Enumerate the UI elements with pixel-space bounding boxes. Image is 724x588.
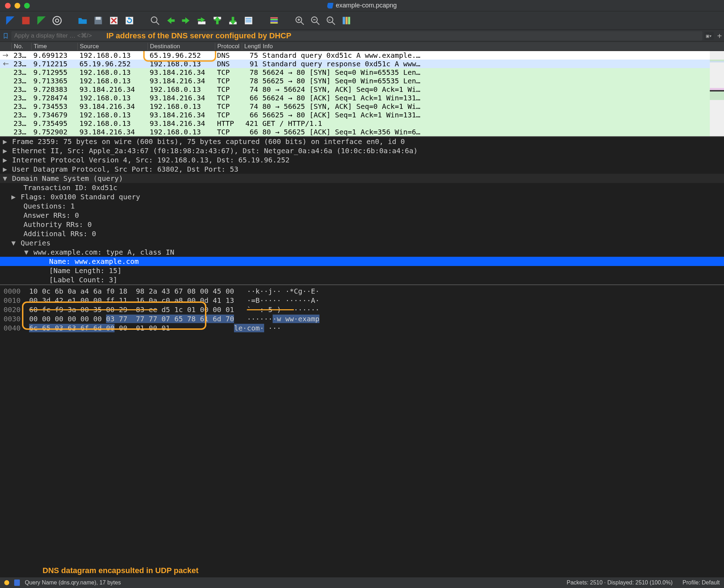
svg-rect-18 bbox=[271, 21, 278, 22]
packet-minimap[interactable] bbox=[710, 51, 724, 136]
go-first-packet-button[interactable] bbox=[211, 15, 223, 27]
svg-point-2 bbox=[55, 19, 59, 22]
col-no[interactable]: No. bbox=[11, 43, 31, 50]
open-file-button[interactable] bbox=[77, 15, 89, 27]
svg-text:=: = bbox=[328, 18, 330, 22]
tree-dns[interactable]: Domain Name System (query) bbox=[12, 174, 123, 183]
resize-columns-button[interactable] bbox=[340, 15, 352, 27]
packet-list-header[interactable]: No. Time Source Destination Protocol Len… bbox=[0, 42, 724, 51]
col-dst[interactable]: Destination bbox=[147, 43, 215, 50]
tree-name-length[interactable]: [Name Length: 15] bbox=[49, 266, 122, 275]
svg-line-8 bbox=[156, 22, 159, 24]
col-proto[interactable]: Protocol bbox=[215, 43, 242, 50]
status-profile[interactable]: Profile: Default bbox=[683, 579, 720, 586]
expert-info-icon[interactable] bbox=[4, 580, 9, 585]
zoom-out-button[interactable] bbox=[309, 15, 321, 27]
packet-details-pane[interactable]: ▶ Frame 2359: 75 bytes on wire (600 bits… bbox=[0, 137, 724, 285]
col-src[interactable]: Source bbox=[77, 43, 147, 50]
packet-row[interactable]: 23…9.735495192.168.0.1393.184.216.34HTTP… bbox=[0, 119, 724, 128]
bookmark-icon[interactable] bbox=[2, 32, 9, 39]
tree-additional[interactable]: Additional RRs: 0 bbox=[23, 229, 96, 238]
packet-row[interactable]: 23…9.713365192.168.0.1393.184.216.34TCP7… bbox=[0, 77, 724, 85]
tree-query-host[interactable]: www.example.com: type A, class IN bbox=[33, 248, 174, 256]
svg-point-7 bbox=[151, 17, 157, 22]
svg-point-1 bbox=[53, 16, 61, 24]
titlebar: example-com.pcapng bbox=[0, 0, 724, 11]
packet-row[interactable]: 23…9.73455393.184.216.34192.168.0.13TCP7… bbox=[0, 102, 724, 111]
tree-ipv4[interactable]: Internet Protocol Version 4, Src: 192.16… bbox=[12, 156, 290, 164]
tree-udp[interactable]: User Datagram Protocol, Src Port: 63802,… bbox=[12, 165, 238, 173]
traffic-lights bbox=[0, 3, 30, 9]
svg-rect-13 bbox=[246, 18, 251, 19]
annotation-dns-datagram: DNS datagram encapsulted in UDP packet bbox=[43, 566, 199, 575]
go-back-button[interactable] bbox=[165, 15, 177, 27]
tree-ethernet[interactable]: Ethernet II, Src: Apple_2a:43:67 (f0:18:… bbox=[12, 146, 418, 155]
zoom-reset-button[interactable]: = bbox=[325, 15, 337, 27]
zoom-window-button[interactable] bbox=[24, 3, 30, 9]
add-filter-button[interactable]: + bbox=[717, 31, 722, 40]
svg-rect-32 bbox=[348, 17, 350, 24]
restart-capture-button[interactable] bbox=[35, 15, 48, 27]
svg-rect-30 bbox=[343, 17, 345, 24]
tree-authority[interactable]: Authority RRs: 0 bbox=[23, 220, 92, 229]
status-packet-counts: Packets: 2510 · Displayed: 2510 (100.0%) bbox=[567, 579, 673, 586]
tree-query-name[interactable]: Name: www.example.com bbox=[49, 257, 139, 266]
tree-answers[interactable]: Answer RRs: 0 bbox=[23, 211, 79, 220]
capture-file-icon[interactable] bbox=[14, 579, 20, 586]
tree-label-count[interactable]: [Label Count: 3] bbox=[49, 276, 117, 284]
shark-fin-icon bbox=[327, 3, 333, 9]
tree-frame[interactable]: Frame 2359: 75 bytes on wire (600 bits),… bbox=[12, 137, 405, 146]
status-field-info: Query Name (dns.qry.name), 17 bytes bbox=[25, 579, 121, 586]
go-last-packet-button[interactable] bbox=[227, 15, 239, 27]
tree-txid[interactable]: Transaction ID: 0xd51c bbox=[23, 183, 117, 192]
colorize-button[interactable] bbox=[268, 15, 280, 27]
packet-list-body[interactable]: 23…9.699123192.168.0.1365.19.96.252DNS75… bbox=[0, 51, 724, 136]
auto-scroll-button[interactable] bbox=[243, 15, 255, 27]
svg-line-25 bbox=[317, 22, 319, 24]
svg-rect-17 bbox=[271, 19, 278, 20]
svg-rect-19 bbox=[271, 22, 278, 23]
svg-line-28 bbox=[332, 22, 335, 24]
packet-list-pane: No. Time Source Destination Protocol Len… bbox=[0, 42, 724, 137]
svg-rect-14 bbox=[246, 20, 251, 20]
packet-row[interactable]: 23…9.699123192.168.0.1365.19.96.252DNS75… bbox=[0, 51, 724, 60]
main-toolbar: = IP address of the DNS server configure… bbox=[0, 11, 724, 30]
svg-line-21 bbox=[301, 22, 304, 24]
packet-row[interactable]: 23…9.712955192.168.0.1393.184.216.34TCP7… bbox=[0, 68, 724, 77]
save-file-button[interactable] bbox=[92, 15, 104, 27]
svg-rect-4 bbox=[96, 17, 101, 20]
filter-apply-button[interactable]: ▣▾ bbox=[704, 32, 714, 40]
capture-options-button[interactable] bbox=[51, 15, 63, 27]
go-forward-button[interactable] bbox=[180, 15, 192, 27]
close-window-button[interactable] bbox=[5, 3, 11, 9]
col-time[interactable]: Time bbox=[31, 43, 77, 50]
col-len[interactable]: Length bbox=[242, 43, 260, 50]
app-window: example-com.pcapng = IP address of the D… bbox=[0, 0, 724, 588]
close-file-button[interactable] bbox=[108, 15, 120, 27]
hex-view-pane[interactable]: 0000 10 0c 6b 0a a4 6a f0 18 98 2a 43 67… bbox=[0, 285, 724, 577]
zoom-in-button[interactable] bbox=[294, 15, 306, 27]
tree-queries[interactable]: Queries bbox=[21, 239, 50, 247]
minimize-window-button[interactable] bbox=[15, 3, 20, 9]
packet-row[interactable]: 23…9.75290293.184.216.34192.168.0.13TCP6… bbox=[0, 128, 724, 136]
go-to-packet-button[interactable] bbox=[196, 15, 208, 27]
reload-file-button[interactable] bbox=[123, 15, 135, 27]
packet-row[interactable]: 23…9.734679192.168.0.1393.184.216.34TCP6… bbox=[0, 111, 724, 119]
start-capture-button[interactable] bbox=[4, 15, 16, 27]
tree-flags[interactable]: Flags: 0x0100 Standard query bbox=[21, 193, 140, 201]
display-filter-input[interactable] bbox=[11, 31, 702, 40]
find-packet-button[interactable] bbox=[149, 15, 161, 27]
svg-rect-9 bbox=[198, 21, 206, 24]
packet-row[interactable]: 23…9.728474192.168.0.1393.184.216.34TCP6… bbox=[0, 94, 724, 102]
tree-questions[interactable]: Questions: 1 bbox=[23, 202, 75, 210]
svg-rect-16 bbox=[271, 17, 278, 18]
window-title: example-com.pcapng bbox=[336, 2, 397, 9]
svg-rect-15 bbox=[246, 21, 251, 22]
svg-rect-31 bbox=[346, 17, 348, 24]
packet-row[interactable]: 23…9.72838393.184.216.34192.168.0.13TCP7… bbox=[0, 85, 724, 94]
status-bar: Query Name (dns.qry.name), 17 bytes Pack… bbox=[0, 577, 724, 588]
stop-capture-button[interactable] bbox=[20, 15, 32, 27]
packet-row[interactable]: 23…9.71221565.19.96.252192.168.0.13DNS91… bbox=[0, 60, 724, 68]
filter-toolbar: ▣▾ + bbox=[0, 30, 724, 42]
col-info[interactable]: Info bbox=[260, 43, 724, 50]
